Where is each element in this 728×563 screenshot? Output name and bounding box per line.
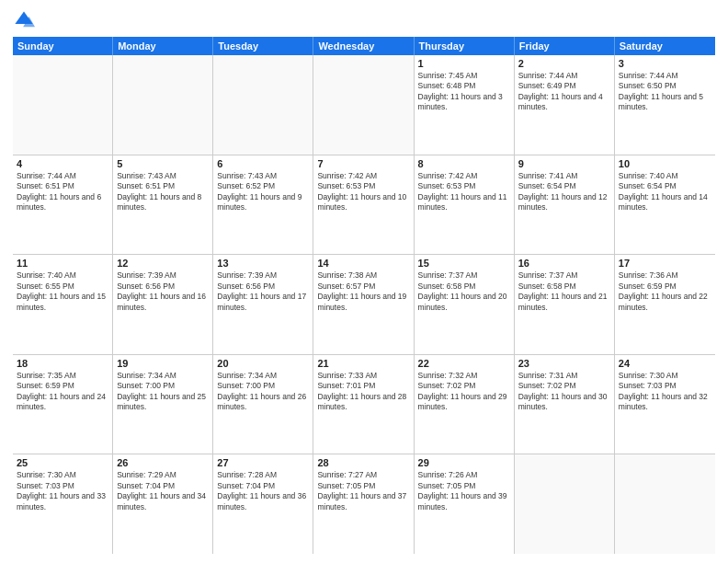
calendar-row-2: 11Sunrise: 7:40 AM Sunset: 6:55 PM Dayli… — [13, 255, 715, 355]
day-cell-13: 13Sunrise: 7:39 AM Sunset: 6:56 PM Dayli… — [213, 255, 313, 354]
day-cell-10: 10Sunrise: 7:40 AM Sunset: 6:54 PM Dayli… — [615, 155, 715, 255]
day-cell-7: 7Sunrise: 7:42 AM Sunset: 6:53 PM Daylig… — [313, 155, 414, 255]
day-number: 9 — [518, 158, 610, 169]
header-day-tuesday: Tuesday — [213, 37, 313, 55]
day-cell-9: 9Sunrise: 7:41 AM Sunset: 6:54 PM Daylig… — [515, 155, 615, 255]
empty-cell-0-0 — [13, 55, 113, 155]
cell-text: Sunrise: 7:31 AM Sunset: 7:02 PM Dayligh… — [518, 371, 610, 413]
cell-text: Sunrise: 7:30 AM Sunset: 7:03 PM Dayligh… — [619, 371, 711, 413]
cell-text: Sunrise: 7:39 AM Sunset: 6:56 PM Dayligh… — [117, 270, 209, 313]
cell-text: Sunrise: 7:28 AM Sunset: 7:04 PM Dayligh… — [217, 470, 309, 512]
day-cell-15: 15Sunrise: 7:37 AM Sunset: 6:58 PM Dayli… — [415, 255, 515, 354]
cell-text: Sunrise: 7:27 AM Sunset: 7:05 PM Dayligh… — [317, 470, 409, 512]
day-number: 5 — [117, 158, 209, 169]
header-day-monday: Monday — [113, 37, 213, 55]
day-number: 24 — [619, 358, 711, 369]
day-number: 28 — [317, 457, 409, 468]
day-number: 17 — [619, 258, 711, 269]
day-number: 11 — [17, 258, 108, 269]
day-number: 4 — [17, 158, 108, 169]
cell-text: Sunrise: 7:34 AM Sunset: 7:00 PM Dayligh… — [117, 371, 209, 413]
logo — [13, 9, 39, 31]
calendar-header: SundayMondayTuesdayWednesdayThursdayFrid… — [13, 37, 715, 55]
day-cell-1: 1Sunrise: 7:45 AM Sunset: 6:48 PM Daylig… — [415, 55, 515, 155]
day-cell-5: 5Sunrise: 7:43 AM Sunset: 6:51 PM Daylig… — [113, 155, 213, 255]
cell-text: Sunrise: 7:40 AM Sunset: 6:55 PM Dayligh… — [17, 270, 108, 313]
day-cell-12: 12Sunrise: 7:39 AM Sunset: 6:56 PM Dayli… — [113, 255, 213, 354]
day-cell-18: 18Sunrise: 7:35 AM Sunset: 6:59 PM Dayli… — [13, 355, 113, 454]
cell-text: Sunrise: 7:44 AM Sunset: 6:49 PM Dayligh… — [518, 71, 610, 113]
day-cell-28: 28Sunrise: 7:27 AM Sunset: 7:05 PM Dayli… — [313, 454, 414, 554]
day-number: 12 — [117, 258, 209, 269]
day-cell-26: 26Sunrise: 7:29 AM Sunset: 7:04 PM Dayli… — [113, 454, 213, 554]
calendar-row-3: 18Sunrise: 7:35 AM Sunset: 6:59 PM Dayli… — [13, 355, 715, 455]
day-number: 7 — [317, 158, 409, 169]
cell-text: Sunrise: 7:38 AM Sunset: 6:57 PM Dayligh… — [317, 270, 409, 313]
day-number: 29 — [418, 457, 510, 468]
cell-text: Sunrise: 7:37 AM Sunset: 6:58 PM Dayligh… — [418, 270, 510, 313]
calendar-body: 1Sunrise: 7:45 AM Sunset: 6:48 PM Daylig… — [13, 55, 715, 554]
cell-text: Sunrise: 7:35 AM Sunset: 6:59 PM Dayligh… — [17, 371, 108, 413]
header-day-sunday: Sunday — [13, 37, 113, 55]
header-day-friday: Friday — [515, 37, 615, 55]
day-number: 14 — [317, 258, 409, 269]
day-number: 2 — [518, 58, 610, 69]
day-cell-29: 29Sunrise: 7:26 AM Sunset: 7:05 PM Dayli… — [415, 454, 515, 554]
day-cell-21: 21Sunrise: 7:33 AM Sunset: 7:01 PM Dayli… — [313, 355, 414, 454]
header-day-wednesday: Wednesday — [313, 37, 414, 55]
day-number: 20 — [217, 358, 309, 369]
day-number: 26 — [117, 457, 209, 468]
cell-text: Sunrise: 7:41 AM Sunset: 6:54 PM Dayligh… — [518, 171, 610, 213]
empty-cell-4-6 — [615, 454, 715, 554]
day-cell-11: 11Sunrise: 7:40 AM Sunset: 6:55 PM Dayli… — [13, 255, 113, 354]
calendar: SundayMondayTuesdayWednesdayThursdayFrid… — [13, 37, 715, 554]
day-cell-17: 17Sunrise: 7:36 AM Sunset: 6:59 PM Dayli… — [615, 255, 715, 354]
day-cell-25: 25Sunrise: 7:30 AM Sunset: 7:03 PM Dayli… — [13, 454, 113, 554]
day-cell-3: 3Sunrise: 7:44 AM Sunset: 6:50 PM Daylig… — [615, 55, 715, 155]
logo-icon — [13, 9, 35, 31]
day-cell-23: 23Sunrise: 7:31 AM Sunset: 7:02 PM Dayli… — [515, 355, 615, 454]
day-cell-14: 14Sunrise: 7:38 AM Sunset: 6:57 PM Dayli… — [313, 255, 414, 354]
day-number: 8 — [418, 158, 510, 169]
day-cell-4: 4Sunrise: 7:44 AM Sunset: 6:51 PM Daylig… — [13, 155, 113, 255]
empty-cell-0-2 — [213, 55, 313, 155]
header-day-saturday: Saturday — [615, 37, 715, 55]
header — [13, 9, 715, 31]
day-number: 1 — [418, 58, 510, 69]
day-number: 18 — [17, 358, 108, 369]
cell-text: Sunrise: 7:36 AM Sunset: 6:59 PM Dayligh… — [619, 270, 711, 313]
header-day-thursday: Thursday — [415, 37, 515, 55]
cell-text: Sunrise: 7:43 AM Sunset: 6:51 PM Dayligh… — [117, 171, 209, 213]
day-number: 15 — [418, 258, 510, 269]
day-cell-20: 20Sunrise: 7:34 AM Sunset: 7:00 PM Dayli… — [213, 355, 313, 454]
day-number: 21 — [317, 358, 409, 369]
empty-cell-0-3 — [313, 55, 414, 155]
day-number: 27 — [217, 457, 309, 468]
day-cell-22: 22Sunrise: 7:32 AM Sunset: 7:02 PM Dayli… — [415, 355, 515, 454]
calendar-row-1: 4Sunrise: 7:44 AM Sunset: 6:51 PM Daylig… — [13, 155, 715, 256]
day-number: 10 — [619, 158, 711, 169]
cell-text: Sunrise: 7:33 AM Sunset: 7:01 PM Dayligh… — [317, 371, 409, 413]
cell-text: Sunrise: 7:43 AM Sunset: 6:52 PM Dayligh… — [217, 171, 309, 213]
day-cell-2: 2Sunrise: 7:44 AM Sunset: 6:49 PM Daylig… — [515, 55, 615, 155]
empty-cell-0-1 — [113, 55, 213, 155]
day-number: 23 — [518, 358, 610, 369]
day-number: 6 — [217, 158, 309, 169]
cell-text: Sunrise: 7:32 AM Sunset: 7:02 PM Dayligh… — [418, 371, 510, 413]
cell-text: Sunrise: 7:26 AM Sunset: 7:05 PM Dayligh… — [418, 470, 510, 512]
day-number: 25 — [17, 457, 108, 468]
cell-text: Sunrise: 7:37 AM Sunset: 6:58 PM Dayligh… — [518, 270, 610, 313]
cell-text: Sunrise: 7:30 AM Sunset: 7:03 PM Dayligh… — [17, 470, 108, 512]
calendar-row-0: 1Sunrise: 7:45 AM Sunset: 6:48 PM Daylig… — [13, 55, 715, 155]
day-cell-24: 24Sunrise: 7:30 AM Sunset: 7:03 PM Dayli… — [615, 355, 715, 454]
page: SundayMondayTuesdayWednesdayThursdayFrid… — [0, 0, 728, 563]
cell-text: Sunrise: 7:42 AM Sunset: 6:53 PM Dayligh… — [418, 171, 510, 213]
cell-text: Sunrise: 7:45 AM Sunset: 6:48 PM Dayligh… — [418, 71, 510, 113]
day-cell-8: 8Sunrise: 7:42 AM Sunset: 6:53 PM Daylig… — [415, 155, 515, 255]
cell-text: Sunrise: 7:34 AM Sunset: 7:00 PM Dayligh… — [217, 371, 309, 413]
cell-text: Sunrise: 7:29 AM Sunset: 7:04 PM Dayligh… — [117, 470, 209, 512]
day-number: 13 — [217, 258, 309, 269]
cell-text: Sunrise: 7:42 AM Sunset: 6:53 PM Dayligh… — [317, 171, 409, 213]
calendar-row-4: 25Sunrise: 7:30 AM Sunset: 7:03 PM Dayli… — [13, 454, 715, 554]
cell-text: Sunrise: 7:44 AM Sunset: 6:51 PM Dayligh… — [17, 171, 108, 213]
